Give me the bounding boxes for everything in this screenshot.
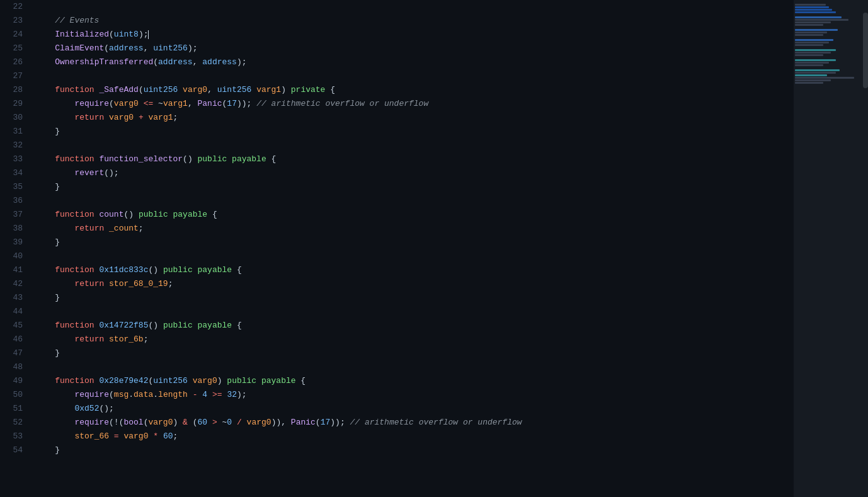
token-param: varg0 — [114, 99, 139, 108]
line-number: 54 — [0, 443, 23, 457]
token-num: 60 — [198, 418, 208, 427]
token-plain — [168, 210, 173, 219]
token-plain — [104, 113, 109, 122]
token-plain — [104, 279, 109, 288]
code-line: } — [35, 236, 794, 249]
code-line: } — [35, 443, 794, 457]
code-line: } — [35, 125, 794, 139]
token-punc: , — [207, 85, 217, 94]
token-punc: ; — [144, 334, 149, 344]
line-number: 49 — [0, 374, 23, 388]
token-prop: length — [158, 390, 188, 399]
token-punc: { — [232, 321, 242, 330]
token-punc: ; — [168, 279, 173, 288]
token-punc: ) — [217, 376, 227, 386]
token-fn: Initialized — [55, 30, 109, 39]
token-punc: ( — [109, 390, 114, 399]
code-line — [35, 139, 794, 152]
line-number: 35 — [0, 180, 23, 194]
line-number: 34 — [0, 166, 23, 180]
token-plain — [188, 390, 193, 399]
token-punc: { — [232, 265, 242, 275]
token-call: bool — [123, 418, 143, 427]
token-plain — [35, 99, 74, 108]
token-type: address — [158, 57, 193, 67]
token-plain — [207, 390, 212, 399]
line-number: 46 — [0, 333, 23, 346]
line-number: 48 — [0, 360, 23, 374]
minimap-line — [795, 79, 831, 81]
minimap-line — [795, 11, 836, 13]
token-punc: { — [266, 154, 277, 164]
token-kw: function — [55, 154, 94, 164]
token-punc: )); — [237, 99, 256, 108]
token-plain — [35, 321, 55, 330]
scrollbar[interactable] — [863, 0, 868, 497]
token-punc: , — [193, 57, 203, 67]
line-number: 42 — [0, 277, 23, 291]
minimap-line — [795, 42, 829, 43]
line-number: 47 — [0, 346, 23, 360]
token-punc: } — [35, 348, 60, 358]
token-visibility: public — [163, 321, 193, 330]
token-punc: ); — [139, 30, 149, 39]
minimap-line — [795, 82, 823, 84]
token-visibility: public — [139, 210, 168, 219]
code-line: } — [35, 180, 794, 194]
token-plain — [104, 334, 109, 344]
token-type: address — [202, 57, 237, 67]
line-number: 25 — [0, 42, 23, 55]
editor: 2223242526272829303132333435363738394041… — [0, 0, 868, 497]
token-plain — [35, 210, 55, 219]
code-area: // Events Initialized(uint8); ClaimEvent… — [30, 0, 794, 497]
token-punc: ; — [173, 113, 178, 122]
token-plain — [35, 279, 74, 288]
code-line: } — [35, 291, 794, 305]
token-op: <= — [144, 99, 154, 108]
token-kw: return — [74, 224, 104, 233]
minimap-line — [795, 21, 831, 23]
token-fn: count — [99, 210, 123, 219]
token-punc: )), — [271, 418, 291, 427]
token-punc: { — [325, 85, 335, 94]
token-punc: } — [35, 293, 60, 302]
token-param: varg0 — [148, 418, 173, 427]
token-plain — [232, 418, 237, 427]
token-punc: ( — [188, 418, 198, 427]
scrollbar-thumb[interactable] — [863, 13, 868, 88]
code-line: require(msg.data.length - 4 >= 32); — [35, 388, 794, 402]
token-special: 0x11dc833c — [99, 265, 148, 275]
token-op: * — [153, 431, 158, 441]
token-punc: () — [123, 210, 138, 219]
token-punc: (!( — [109, 418, 123, 427]
line-number: 26 — [0, 55, 23, 69]
token-param: varg0 — [193, 376, 217, 386]
line-number: 51 — [0, 402, 23, 416]
line-number: 44 — [0, 305, 23, 319]
token-plain — [134, 113, 139, 122]
line-number: 41 — [0, 263, 23, 277]
minimap-line — [795, 9, 832, 11]
minimap-line — [795, 6, 829, 8]
minimap-line — [795, 24, 823, 26]
token-punc: ) — [173, 418, 183, 427]
token-plain — [35, 404, 74, 413]
token-plain — [35, 30, 55, 39]
token-fn: ClaimEvent — [55, 43, 104, 53]
token-plain: ~ — [153, 99, 163, 108]
token-visibility: private — [291, 85, 326, 94]
token-special: 0xd52 — [74, 404, 99, 413]
code-line: // Events — [35, 14, 794, 28]
token-comment: // arithmetic overflow or underflow — [256, 99, 428, 108]
token-call: Panic — [291, 418, 316, 427]
token-type: uint256 — [153, 43, 188, 53]
token-num: 4 — [202, 390, 207, 399]
minimap-line — [795, 29, 838, 31]
code-line — [35, 0, 794, 14]
token-plain — [193, 321, 198, 330]
token-punc: { — [207, 210, 217, 219]
code-line — [35, 249, 794, 263]
minimap[interactable] — [794, 0, 863, 497]
token-prop: msg — [114, 390, 128, 399]
token-visibility: payable — [261, 376, 296, 386]
